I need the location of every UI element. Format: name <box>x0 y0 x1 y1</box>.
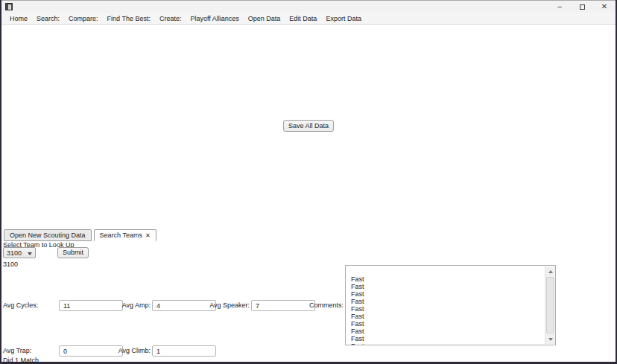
comments-scrollbar[interactable] <box>545 266 554 344</box>
comment-item[interactable]: Fast <box>346 275 555 283</box>
title-bar: – ✕ <box>1 1 616 13</box>
comments-list[interactable]: FastFastFastFastFastFastFastFastFastFast <box>345 265 556 345</box>
avg-cycles-label: Avg Cycles: <box>3 300 38 311</box>
menu-item-edit-data[interactable]: Edit Data <box>285 15 321 22</box>
tab-close-icon[interactable]: ✕ <box>145 232 151 239</box>
menu-item-find-the-best[interactable]: Find The Best: <box>103 15 155 22</box>
tab-label: Search Teams <box>100 232 142 239</box>
avg-speaker-label: Avg Speaker: <box>207 300 250 311</box>
chevron-down-icon <box>28 252 32 255</box>
avg-amp-label: Avg Amp: <box>118 300 151 311</box>
scroll-down-icon <box>548 338 553 341</box>
maximize-icon <box>580 4 585 10</box>
menu-item-playoff-alliances[interactable]: Playoff Alliances <box>186 15 243 22</box>
avg-climb-input[interactable] <box>152 345 216 357</box>
comment-item[interactable]: Fast <box>346 305 555 313</box>
match-result-label: Did 1 Match <box>3 355 39 364</box>
team-select-dropdown[interactable]: 3100 <box>3 247 36 258</box>
tab-search-teams[interactable]: Search Teams ✕ <box>94 229 156 241</box>
comment-item[interactable]: Fast <box>346 290 555 298</box>
minimize-button[interactable]: – <box>548 1 571 13</box>
menu-bar: Home Search: Compare: Find The Best: Cre… <box>1 13 616 25</box>
close-button[interactable]: ✕ <box>593 1 616 13</box>
tab-label: Open New Scouting Data <box>10 232 86 239</box>
scroll-up-icon <box>548 270 553 273</box>
comment-item[interactable]: Fast <box>346 328 555 335</box>
submit-button[interactable]: Submit <box>57 247 89 258</box>
app-icon <box>5 3 13 10</box>
app-window: – ✕ Home Search: Compare: Find The Best:… <box>1 0 616 362</box>
team-select-value: 3100 <box>7 249 22 257</box>
menu-item-compare[interactable]: Compare: <box>64 15 103 22</box>
menu-item-create[interactable]: Create: <box>155 15 186 22</box>
menu-item-export-data[interactable]: Export Data <box>321 15 366 22</box>
menu-item-open-data[interactable]: Open Data <box>244 15 285 22</box>
avg-cycles-input[interactable] <box>59 300 123 311</box>
comments-label: Comments: <box>303 300 344 311</box>
comment-item[interactable]: Fast <box>346 342 555 345</box>
team-number-label: 3100 <box>3 259 18 270</box>
scroll-up-button[interactable] <box>545 266 555 276</box>
comment-item[interactable]: Fast <box>346 298 555 305</box>
comment-item[interactable]: Fast <box>346 335 555 342</box>
comment-item[interactable] <box>346 268 555 275</box>
avg-trap-input[interactable] <box>59 345 123 357</box>
comment-item[interactable]: Fast <box>346 313 555 320</box>
comment-item[interactable]: Fast <box>346 320 555 328</box>
menu-item-search[interactable]: Search: <box>32 15 64 22</box>
window-controls: – ✕ <box>548 1 616 13</box>
menu-item-home[interactable]: Home <box>5 15 32 22</box>
save-all-data-button[interactable]: Save All Data <box>283 120 334 132</box>
scrollbar-thumb[interactable] <box>546 277 554 333</box>
scroll-down-button[interactable] <box>545 334 555 344</box>
comment-item[interactable]: Fast <box>346 283 555 290</box>
maximize-button[interactable] <box>571 1 593 13</box>
avg-climb-label: Avg Climb: <box>118 345 151 357</box>
